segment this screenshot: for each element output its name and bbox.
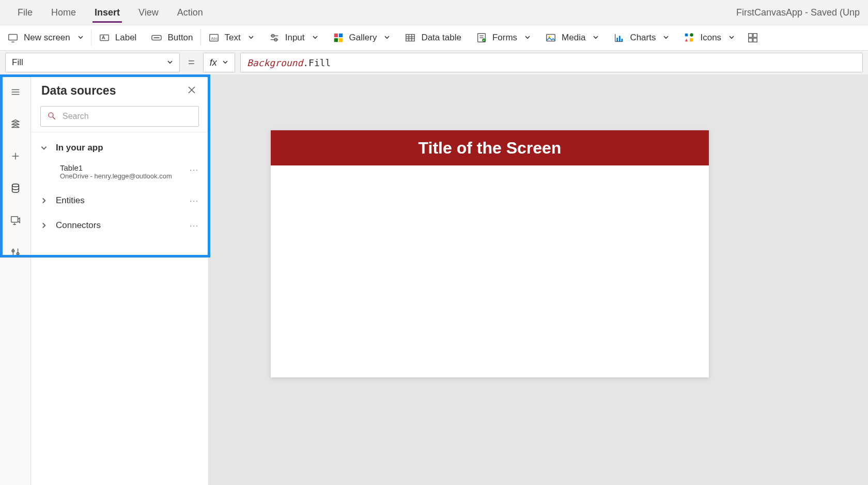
label-icon: [99, 32, 110, 43]
label-button[interactable]: Label: [91, 25, 144, 50]
canvas-area[interactable]: Title of the Screen: [209, 74, 868, 485]
input-button[interactable]: Input: [261, 25, 326, 50]
chevron-down-icon: [593, 33, 599, 43]
gallery-button[interactable]: Gallery: [326, 25, 398, 50]
input-label: Input: [285, 33, 305, 43]
chevron-down-icon: [222, 58, 228, 67]
formula-token-dot: .: [303, 57, 308, 68]
chevron-down-icon: [384, 33, 390, 43]
svg-rect-31: [685, 34, 688, 37]
svg-marker-44: [11, 126, 19, 128]
svg-rect-14: [338, 38, 342, 42]
svg-text:Abc: Abc: [211, 36, 218, 41]
svg-rect-15: [406, 35, 415, 41]
screen-icon: [7, 32, 19, 43]
media-button[interactable]: Media: [538, 25, 606, 50]
main-area: Data sources In your app Table1: [0, 74, 868, 485]
search-input[interactable]: [61, 111, 192, 122]
more-button[interactable]: ···: [190, 221, 199, 230]
icons-icon: [684, 32, 695, 43]
app-title: FirstCanvasApp - Saved (Unp: [736, 7, 860, 18]
menu-action[interactable]: Action: [168, 0, 212, 25]
input-icon: [269, 32, 280, 43]
chevron-down-icon: [40, 144, 49, 151]
group-label: Entities: [56, 195, 85, 206]
label-label: Label: [115, 33, 137, 43]
media-label: Media: [562, 33, 585, 43]
forms-label: Forms: [492, 33, 517, 43]
svg-rect-24: [547, 35, 555, 41]
formula-token-prop: Fill: [308, 57, 331, 68]
svg-rect-38: [753, 38, 757, 42]
button-label: Button: [167, 33, 193, 43]
rail-insert[interactable]: [5, 146, 26, 166]
charts-icon: [613, 32, 625, 43]
svg-rect-4: [154, 37, 160, 38]
menu-items: File Home Insert View Action: [8, 0, 212, 25]
app-canvas[interactable]: Title of the Screen: [271, 130, 709, 377]
text-icon: Abc: [208, 32, 220, 43]
screen-title-text: Title of the Screen: [419, 139, 562, 158]
svg-rect-11: [334, 34, 337, 37]
svg-point-55: [49, 113, 53, 117]
fx-button[interactable]: fx: [203, 53, 235, 72]
svg-rect-37: [749, 38, 752, 42]
icons-label: Icons: [700, 33, 721, 43]
data-source-item[interactable]: Table1 OneDrive - henry.legge@outlook.co…: [31, 160, 208, 188]
more-button[interactable]: ···: [190, 196, 199, 205]
svg-rect-0: [9, 35, 18, 40]
group-connectors[interactable]: Connectors ···: [31, 213, 208, 238]
svg-point-32: [690, 33, 693, 36]
search-box[interactable]: [40, 106, 199, 127]
menu-insert[interactable]: Insert: [85, 0, 129, 25]
svg-marker-42: [11, 120, 19, 122]
rail-media[interactable]: [5, 210, 26, 231]
charts-button[interactable]: Charts: [606, 25, 676, 50]
menu-home[interactable]: Home: [42, 0, 85, 25]
close-button[interactable]: [185, 84, 198, 98]
data-source-name: Table1: [60, 163, 199, 172]
property-selector[interactable]: Fill: [5, 53, 180, 72]
ribbon: New screen Label Button Abc Text Input: [0, 25, 868, 51]
svg-rect-30: [622, 39, 623, 42]
search-container: [31, 101, 208, 132]
rail-data[interactable]: [5, 178, 26, 199]
more-button[interactable]: ···: [190, 165, 199, 174]
screen-title-bar[interactable]: Title of the Screen: [271, 130, 709, 165]
new-screen-button[interactable]: New screen: [0, 25, 91, 50]
left-rail: [0, 74, 31, 485]
group-label: In your app: [56, 143, 103, 153]
menu-file[interactable]: File: [8, 0, 42, 25]
menu-view[interactable]: View: [129, 0, 168, 25]
chevron-right-icon: [40, 222, 49, 229]
svg-rect-34: [690, 38, 693, 41]
svg-marker-33: [685, 39, 688, 42]
rail-hamburger[interactable]: [5, 82, 26, 102]
data-table-button[interactable]: Data table: [397, 25, 469, 50]
chevron-down-icon: [167, 57, 173, 68]
text-button[interactable]: Abc Text: [201, 25, 261, 50]
charts-label: Charts: [630, 33, 656, 43]
components-button[interactable]: [742, 25, 764, 50]
equals-sign: =: [185, 56, 198, 69]
search-icon: [47, 111, 56, 122]
svg-rect-29: [619, 36, 621, 41]
button-button[interactable]: Button: [144, 25, 200, 50]
svg-rect-12: [338, 34, 342, 37]
forms-button[interactable]: Forms: [469, 25, 538, 50]
icons-button[interactable]: Icons: [676, 25, 742, 50]
group-entities[interactable]: Entities ···: [31, 188, 208, 213]
data-tree: In your app Table1 OneDrive - henry.legg…: [31, 132, 208, 241]
formula-input[interactable]: Background.Fill: [240, 53, 863, 72]
svg-rect-36: [753, 34, 757, 37]
gallery-icon: [333, 32, 344, 43]
data-table-icon: [405, 32, 416, 43]
rail-advanced[interactable]: [5, 242, 26, 263]
data-table-label: Data table: [421, 33, 461, 43]
media-icon: [545, 32, 556, 43]
data-source-subtitle: OneDrive - henry.legge@outlook.com: [60, 172, 199, 180]
rail-tree-view[interactable]: [5, 114, 26, 134]
new-screen-label: New screen: [24, 33, 70, 43]
group-in-your-app[interactable]: In your app: [31, 135, 208, 160]
forms-icon: [476, 32, 487, 43]
